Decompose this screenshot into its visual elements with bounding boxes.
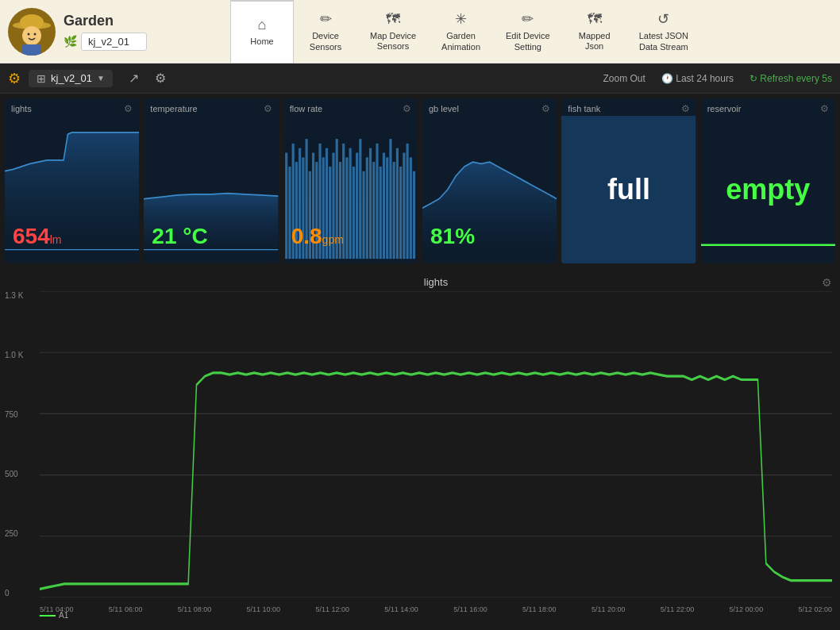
refresh-button[interactable]: ↻ Refresh every 5s <box>749 73 832 84</box>
dropdown-arrow-icon: ▼ <box>97 74 105 83</box>
avatar <box>8 8 56 56</box>
tab-map-device-label: Map DeviceSensors <box>370 31 416 52</box>
sensor-name-gblevel: gb level <box>429 104 459 113</box>
tab-map-device-sensors[interactable]: 🗺 Map DeviceSensors <box>357 0 429 63</box>
svg-rect-29 <box>349 148 351 259</box>
y-label-1k: 1.0 K <box>5 351 23 359</box>
tab-mapped-json[interactable]: 🗺 MappedJson <box>563 0 626 63</box>
y-axis-labels: 1.3 K 1.0 K 750 500 250 0 <box>5 291 23 597</box>
mapped-json-icon: 🗺 <box>588 11 602 28</box>
garden-info: Garden 🌿 kj_v2_01 <box>64 13 147 51</box>
x-label-11: 5/12 02:00 <box>798 605 832 613</box>
sensor-value-fishtank: full <box>607 173 650 206</box>
sensor-name-lights: lights <box>11 104 32 113</box>
sensor-chart-flowrate: 0.8gpm <box>283 116 418 263</box>
sensor-settings-icon-flowrate[interactable]: ⚙ <box>403 103 411 114</box>
sensor-card-header-lights: lights ⚙ <box>5 98 139 116</box>
tab-garden-anim-label: GardenAnimation <box>441 31 480 52</box>
sensor-chart-lights: 654lm <box>5 116 139 263</box>
sensor-settings-icon-temp[interactable]: ⚙ <box>264 103 272 114</box>
last-24-label: 🕐 Last 24 hours <box>661 73 734 84</box>
bottom-chart: lights ⚙ 1.3 K 1.0 K 750 500 250 0 <box>0 268 840 630</box>
y-label-250: 250 <box>5 529 23 538</box>
svg-rect-34 <box>365 157 368 259</box>
legend-line-a1 <box>40 615 56 617</box>
x-label-4: 5/11 12:00 <box>315 605 349 613</box>
tab-latest-json-label: Latest JSONData Stream <box>639 31 688 52</box>
sensor-settings-icon-gblevel[interactable]: ⚙ <box>541 103 550 114</box>
main-area: ⚙ ⊞ kj_v2_01 ▼ ↗ ⚙ Zoom Out 🕐 Last 24 ho… <box>0 63 840 630</box>
svg-rect-46 <box>406 144 408 259</box>
sensor-value-flowrate: 0.8gpm <box>291 224 344 249</box>
edit-device-icon: ✏ <box>522 10 534 28</box>
clock-icon: 🕐 <box>661 73 673 84</box>
sensor-cards-row: lights ⚙ <box>0 94 840 268</box>
sensor-card-flowrate: flow rate ⚙ <box>283 98 418 263</box>
nav-tabs: ⌂ Home ✏ DeviceSensors 🗺 Map DeviceSenso… <box>230 0 832 63</box>
home-icon: ⌂ <box>258 17 267 33</box>
leaf-icon: 🌿 <box>64 35 77 48</box>
sensor-name-fishtank: fish tank <box>568 104 600 113</box>
legend-label-a1: A1 <box>59 611 68 620</box>
sensor-card-header-flowrate: flow rate ⚙ <box>283 98 418 116</box>
sensor-chart-temperature: 21 °C <box>144 116 278 263</box>
x-label-1: 5/11 06:00 <box>109 605 143 613</box>
sensor-card-header-reservoir: reservoir ⚙ <box>701 98 835 116</box>
svg-rect-36 <box>372 162 375 259</box>
svg-rect-39 <box>383 153 385 259</box>
map-device-icon: 🗺 <box>386 11 400 28</box>
toolbar-actions: ↗ ⚙ <box>124 69 171 87</box>
chart-container: 1.3 K 1.0 K 750 500 250 0 <box>40 291 832 597</box>
svg-rect-32 <box>359 139 361 259</box>
share-button[interactable]: ↗ <box>124 69 144 87</box>
grid-icon: ⊞ <box>37 72 46 85</box>
sensor-value-gblevel: 81% <box>430 224 475 249</box>
sensor-settings-icon-lights[interactable]: ⚙ <box>124 103 133 114</box>
latest-json-icon: ↺ <box>657 10 669 28</box>
tab-latest-json[interactable]: ↺ Latest JSONData Stream <box>626 0 701 63</box>
toolbar-right: Zoom Out 🕐 Last 24 hours ↻ Refresh every… <box>603 73 832 84</box>
sensor-chart-gblevel: 81% <box>422 116 557 263</box>
chart-settings-icon[interactable]: ⚙ <box>822 276 832 289</box>
sensor-name-flowrate: flow rate <box>290 104 323 113</box>
tab-edit-device-setting[interactable]: ✏ Edit DeviceSetting <box>493 0 563 63</box>
x-label-3: 5/11 10:00 <box>247 605 281 613</box>
tab-mapped-json-label: MappedJson <box>579 31 611 52</box>
tab-device-sensors-label: DeviceSensors <box>310 31 341 52</box>
x-label-10: 5/12 00:00 <box>730 605 764 613</box>
sensor-settings-icon-fishtank[interactable]: ⚙ <box>681 103 690 114</box>
x-label-8: 5/11 20:00 <box>591 605 626 613</box>
settings-button[interactable]: ⚙ <box>150 69 171 87</box>
toolbar: ⚙ ⊞ kj_v2_01 ▼ ↗ ⚙ Zoom Out 🕐 Last 24 ho… <box>0 63 840 94</box>
sensor-card-header-temp: temperature ⚙ <box>144 98 278 116</box>
sensor-card-header-gblevel: gb level ⚙ <box>422 98 557 116</box>
svg-point-4 <box>28 33 30 35</box>
sensor-value-reservoir: empty <box>726 173 810 206</box>
svg-rect-28 <box>345 157 348 259</box>
sensor-card-fishtank: fish tank ⚙ full <box>561 98 696 263</box>
svg-point-2 <box>22 26 41 45</box>
svg-rect-37 <box>376 144 378 259</box>
x-label-2: 5/11 08:00 <box>178 605 212 613</box>
y-label-1.3k: 1.3 K <box>5 291 23 300</box>
zoom-out-button[interactable]: Zoom Out <box>603 73 645 84</box>
sensor-card-header-fishtank: fish tank ⚙ <box>561 98 696 116</box>
tab-device-sensors[interactable]: ✏ DeviceSensors <box>294 0 357 63</box>
chart-legend: A1 <box>40 611 68 620</box>
sensor-settings-icon-reservoir[interactable]: ⚙ <box>820 103 829 114</box>
sensor-value-temperature: 21 °C <box>152 224 207 249</box>
svg-rect-42 <box>392 162 395 259</box>
sensor-chart-fishtank: full <box>561 116 696 263</box>
device-badge: ⊞ kj_v2_01 ▼ <box>29 70 113 87</box>
device-sensors-icon: ✏ <box>320 10 332 28</box>
device-select-wrapper: 🌿 kj_v2_01 <box>64 33 147 51</box>
tab-home[interactable]: ⌂ Home <box>230 0 294 63</box>
svg-rect-47 <box>409 157 411 259</box>
gear-icon: ⚙ <box>8 70 21 87</box>
svg-rect-44 <box>399 167 402 259</box>
svg-point-5 <box>34 33 37 35</box>
svg-rect-43 <box>395 148 398 259</box>
device-select[interactable]: kj_v2_01 <box>81 33 147 51</box>
tab-garden-animation[interactable]: ✳ GardenAnimation <box>429 0 493 63</box>
chart-title: lights <box>40 276 832 288</box>
